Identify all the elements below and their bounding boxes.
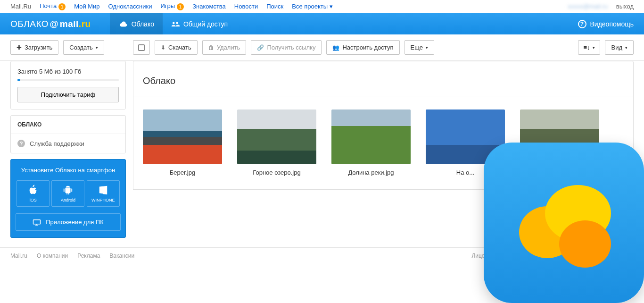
tab-cloud[interactable]: Облако xyxy=(110,13,163,34)
tariff-button[interactable]: Подключить тариф xyxy=(17,87,119,102)
promo-panel: Установите Облако на смартфон iOS Androi… xyxy=(10,159,126,238)
platform-winphone[interactable]: WINPHONE xyxy=(87,180,120,207)
portal-right: xxxxx@mail.ru выход xyxy=(568,3,634,10)
nav-heading[interactable]: ОБЛАКО xyxy=(11,116,125,134)
at-icon: @ xyxy=(50,19,59,29)
promo-title: Установите Облако на смартфон xyxy=(16,166,121,175)
portal-link-label: Игры xyxy=(160,2,175,9)
download-icon: ⬇ xyxy=(161,44,165,51)
svg-point-0 xyxy=(173,22,175,24)
main-header: ОБЛАКО@mail.ru Облако Общий доступ ? Вид… xyxy=(0,13,644,34)
storage-bar xyxy=(17,79,119,81)
people-icon: 👥 xyxy=(332,44,339,51)
video-help[interactable]: ? Видеопомощь xyxy=(578,20,634,28)
share-settings-button[interactable]: 👥Настроить доступ xyxy=(326,40,399,55)
portal-link-dating[interactable]: Знакомства xyxy=(192,3,226,10)
button-label: Скачать xyxy=(168,44,191,51)
download-button[interactable]: ⬇Скачать xyxy=(155,40,198,55)
mail-badge: 1 xyxy=(58,3,66,10)
file-thumbnail xyxy=(237,109,316,164)
user-email[interactable]: xxxxx@mail.ru xyxy=(568,3,608,10)
button-label: Настроить доступ xyxy=(342,44,393,51)
create-button[interactable]: Создать ▾ xyxy=(63,40,104,55)
storage-text: Занято 5 Мб из 100 Гб xyxy=(17,68,119,75)
platform-label: iOS xyxy=(30,198,37,202)
tab-label: Общий доступ xyxy=(183,20,228,28)
portal-bar: Mail.Ru Почта1 Мой Мир Одноклассники Игр… xyxy=(0,0,644,13)
footer-link[interactable]: Вакансии xyxy=(109,252,134,259)
svg-rect-2 xyxy=(33,219,41,224)
help-icon: ? xyxy=(578,20,586,28)
apple-icon xyxy=(28,185,38,195)
platform-label: WINPHONE xyxy=(91,198,115,202)
file-item[interactable]: Горное озеро.jpg xyxy=(237,109,316,176)
logo-ru: .ru xyxy=(79,19,91,29)
help-label: Видеопомощь xyxy=(590,20,634,28)
get-link-button[interactable]: 🔗Получить ссылку xyxy=(251,40,322,55)
footer-link[interactable]: Mail.ru xyxy=(10,252,27,259)
file-item[interactable]: Долина реки.jpg xyxy=(331,109,411,176)
more-button[interactable]: Еще ▾ xyxy=(405,40,434,55)
toolbar-right: ≡↓ ▾ Вид ▾ xyxy=(578,40,634,55)
platform-ios[interactable]: iOS xyxy=(17,180,50,207)
cloud-app-icon xyxy=(503,161,625,264)
portal-link-label: Все проекты xyxy=(292,3,328,10)
promo-pc-link[interactable]: Приложение для ПК xyxy=(16,213,121,231)
file-item[interactable]: Берег.jpg xyxy=(143,109,222,176)
portal-link-label: Почта xyxy=(40,2,57,9)
cloud-icon xyxy=(118,21,128,27)
upload-button[interactable]: ✚Загрузить xyxy=(10,40,58,55)
tab-label: Облако xyxy=(132,20,154,28)
footer-link[interactable]: О компании xyxy=(37,252,68,259)
sort-button[interactable]: ≡↓ ▾ xyxy=(578,40,600,55)
portal-link-ok[interactable]: Одноклассники xyxy=(108,3,152,10)
delete-button[interactable]: 🗑Удалить xyxy=(202,40,247,55)
button-label: Загрузить xyxy=(25,44,52,51)
portal-link-news[interactable]: Новости xyxy=(234,3,258,10)
footer-left: Mail.ru О компании Реклама Вакансии xyxy=(10,252,134,259)
view-button[interactable]: Вид ▾ xyxy=(605,40,634,55)
breadcrumb: Облако xyxy=(133,61,634,96)
toolbar: ✚Загрузить Создать ▾ ⬇Скачать 🗑Удалить 🔗… xyxy=(0,34,644,61)
promo-platforms: iOS Android WINPHONE xyxy=(16,180,121,207)
file-thumbnail xyxy=(331,109,411,164)
logo[interactable]: ОБЛАКО@mail.ru xyxy=(10,19,91,29)
button-label: Вид xyxy=(611,44,622,51)
platform-label: Android xyxy=(61,198,75,202)
file-thumbnail xyxy=(143,109,222,164)
platform-android[interactable]: Android xyxy=(51,180,84,207)
chevron-down-icon: ▾ xyxy=(426,45,428,50)
portal-link-mail[interactable]: Почта1 xyxy=(40,2,66,10)
svg-point-1 xyxy=(176,22,178,24)
portal-link-mailru[interactable]: Mail.Ru xyxy=(10,3,31,10)
storage-bar-fill xyxy=(17,79,20,81)
button-label: Еще xyxy=(411,44,423,51)
footer-link[interactable]: Реклама xyxy=(77,252,100,259)
people-icon xyxy=(171,21,180,27)
file-name: Горное озеро.jpg xyxy=(253,169,300,176)
tab-shared[interactable]: Общий доступ xyxy=(163,13,236,34)
portal-link-mymir[interactable]: Мой Мир xyxy=(74,3,99,10)
chevron-down-icon: ▾ xyxy=(625,45,627,50)
file-name: На о... xyxy=(456,169,474,176)
button-label: Создать xyxy=(69,44,92,51)
windows-icon xyxy=(98,185,108,195)
logo-pre: ОБЛАКО xyxy=(10,19,49,29)
select-all-button[interactable] xyxy=(133,40,150,55)
monitor-icon xyxy=(33,219,41,226)
file-name: Берег.jpg xyxy=(170,169,195,176)
android-icon xyxy=(63,185,73,195)
nav-panel: ОБЛАКО ? Служба поддержки xyxy=(10,115,126,153)
toolbar-main: ⬇Скачать 🗑Удалить 🔗Получить ссылку 👥Наст… xyxy=(133,40,571,55)
toolbar-left: ✚Загрузить Создать ▾ xyxy=(10,40,126,55)
sidebar-item-label: Служба поддержки xyxy=(30,140,84,147)
app-icon-overlay xyxy=(484,143,644,264)
portal-link-search[interactable]: Поиск xyxy=(266,3,283,10)
question-icon: ? xyxy=(17,140,25,147)
plus-icon: ✚ xyxy=(17,44,22,51)
trash-icon: 🗑 xyxy=(208,44,214,51)
portal-link-all[interactable]: Все проекты ▾ xyxy=(292,3,333,10)
sidebar-item-support[interactable]: ? Служба поддержки xyxy=(11,134,125,153)
portal-link-games[interactable]: Игры1 xyxy=(160,2,184,10)
logout-link[interactable]: выход xyxy=(616,3,634,10)
